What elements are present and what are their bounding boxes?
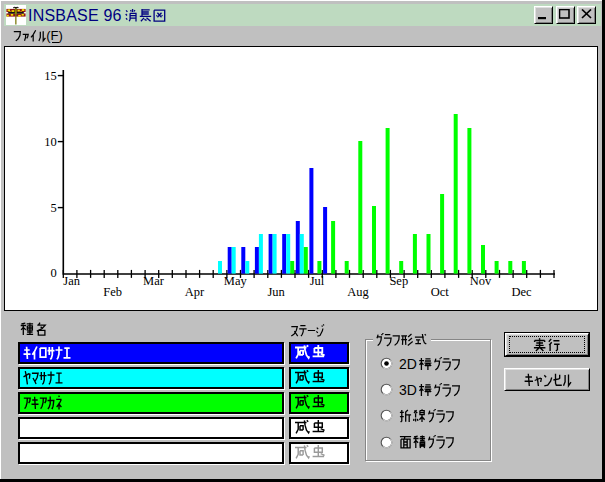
svg-text:Jun: Jun	[267, 285, 285, 299]
svg-text:3D: 3D	[399, 383, 417, 398]
svg-text:Apr: Apr	[185, 285, 205, 299]
svg-text:Nov: Nov	[470, 274, 492, 288]
svg-text:Sep: Sep	[389, 274, 408, 288]
svg-text:Jan: Jan	[63, 274, 80, 288]
svg-text:10: 10	[44, 135, 57, 149]
svg-text:Oct: Oct	[431, 285, 450, 299]
svg-text:5: 5	[51, 201, 57, 215]
svg-text:2D: 2D	[399, 357, 417, 372]
svg-text:Dec: Dec	[511, 285, 532, 299]
svg-text:Mar: Mar	[143, 274, 165, 288]
svg-text:0: 0	[51, 266, 57, 280]
svg-text:Jul: Jul	[310, 274, 325, 288]
svg-text:15: 15	[44, 69, 57, 83]
svg-text:Feb: Feb	[103, 285, 122, 299]
svg-text:Aug: Aug	[347, 285, 369, 299]
svg-text:May: May	[224, 274, 248, 288]
